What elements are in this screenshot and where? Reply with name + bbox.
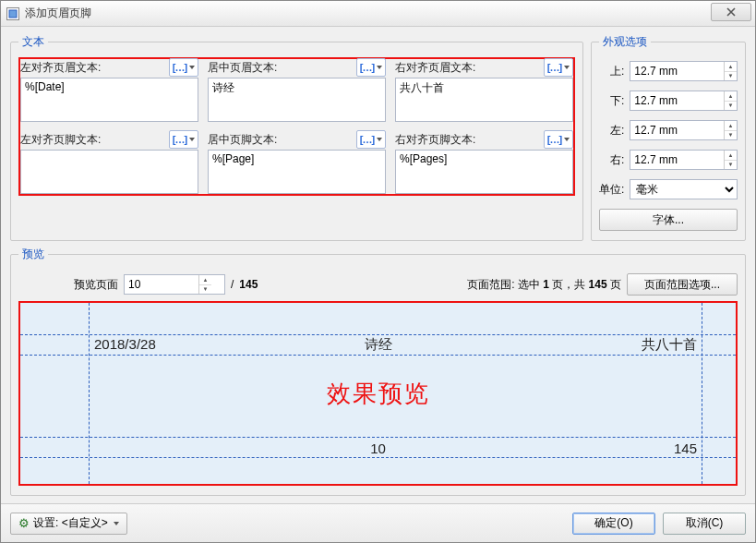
preview-page-input[interactable]: ▲▼ — [124, 274, 225, 295]
header-right-label: 右对齐页眉文本: — [395, 60, 475, 76]
spin-down-icon[interactable]: ▼ — [725, 102, 737, 111]
unit-select[interactable]: 毫米 — [630, 179, 738, 199]
header-center-label: 居中页眉文本: — [208, 60, 277, 76]
font-button[interactable]: 字体... — [599, 209, 738, 231]
preview-overlay-label: 效果预览 — [327, 378, 430, 410]
margin-top-input[interactable]: ▲▼ — [630, 61, 738, 81]
header-left-input[interactable]: %[Date] — [20, 78, 198, 122]
margin-left-label: 左: — [599, 123, 626, 139]
insert-macro-button[interactable]: […] — [356, 58, 386, 77]
margin-right-input[interactable]: ▲▼ — [630, 150, 738, 170]
header-left-label: 左对齐页眉文本: — [20, 60, 101, 76]
footer-right-input[interactable]: %[Pages] — [395, 150, 573, 194]
margin-left-field[interactable] — [630, 124, 724, 137]
header-center-cell: 居中页眉文本: […] 诗经 — [208, 59, 386, 122]
chevron-down-icon — [189, 138, 195, 141]
preview-group-legend: 预览 — [18, 247, 48, 262]
insert-macro-button[interactable]: […] — [544, 130, 573, 149]
insert-macro-button[interactable]: […] — [544, 58, 573, 77]
footer-right-cell: 右对齐页脚文本: […] %[Pages] — [395, 131, 573, 194]
preview-header-right: 共八十首 — [642, 336, 697, 354]
page-range-text: 页面范围: 选中 1 页，共 145 页 — [467, 277, 621, 293]
insert-macro-button[interactable]: […] — [169, 58, 198, 77]
spin-up-icon[interactable]: ▲ — [725, 151, 737, 161]
spin-down-icon[interactable]: ▼ — [199, 285, 211, 295]
margin-bottom-label: 下: — [599, 93, 626, 109]
preview-footer-right: 145 — [674, 440, 697, 456]
app-icon — [6, 7, 19, 20]
footer-center-label: 居中页脚文本: — [208, 132, 277, 148]
gear-icon: ⚙ — [18, 516, 30, 530]
preview-page-sep: / — [231, 278, 234, 291]
margin-right-label: 右: — [599, 152, 626, 168]
footer-right-label: 右对齐页脚文本: — [395, 132, 475, 148]
spin-up-icon[interactable]: ▲ — [725, 121, 737, 131]
spin-up-icon[interactable]: ▲ — [725, 91, 737, 102]
text-group: 文本 左对齐页眉文本: […] %[Date] 居中页眉文本: — [10, 34, 583, 241]
insert-macro-button[interactable]: […] — [169, 130, 198, 149]
margin-bottom-field[interactable] — [630, 94, 724, 107]
cancel-button[interactable]: 取消(C) — [663, 513, 746, 535]
chevron-down-icon — [114, 522, 119, 525]
spin-down-icon[interactable]: ▼ — [725, 131, 737, 140]
header-right-cell: 右对齐页眉文本: […] 共八十首 — [395, 59, 573, 122]
spin-down-icon[interactable]: ▼ — [725, 161, 737, 170]
appearance-group: 外观选项 上: ▲▼ 下: ▲▼ 左: ▲▼ — [591, 34, 746, 241]
window-title: 添加页眉页脚 — [25, 6, 91, 21]
window-close-button[interactable] — [711, 3, 751, 21]
preview-header-left: 2018/3/28 — [94, 336, 156, 352]
footer-center-input[interactable]: %[Page] — [208, 150, 386, 194]
svg-rect-0 — [9, 10, 17, 18]
appearance-group-legend: 外观选项 — [599, 34, 651, 50]
footer-left-input[interactable] — [20, 150, 198, 194]
header-left-cell: 左对齐页眉文本: […] %[Date] — [20, 59, 198, 122]
page-range-options-button[interactable]: 页面范围选项... — [627, 273, 738, 296]
preview-page-label: 预览页面 — [74, 277, 118, 293]
unit-label: 单位: — [599, 182, 626, 198]
header-right-input[interactable]: 共八十首 — [395, 78, 573, 122]
settings-dropdown-button[interactable]: ⚙ 设置: <自定义> — [10, 513, 127, 535]
margin-bottom-input[interactable]: ▲▼ — [630, 90, 738, 111]
spin-up-icon[interactable]: ▲ — [725, 62, 737, 72]
margin-top-field[interactable] — [630, 65, 724, 78]
settings-label: 设置: <自定义> — [33, 515, 108, 531]
chevron-down-icon — [377, 138, 382, 141]
spin-up-icon[interactable]: ▲ — [199, 275, 211, 285]
ok-button[interactable]: 确定(O) — [572, 513, 655, 535]
chevron-down-icon — [377, 66, 382, 69]
preview-page-field[interactable] — [125, 278, 198, 291]
preview-group: 预览 预览页面 ▲▼ / 145 页面范围: 选中 1 页，共 145 页 页面… — [10, 247, 746, 496]
footer-left-label: 左对齐页脚文本: — [20, 132, 101, 148]
chevron-down-icon — [189, 66, 195, 69]
margin-left-input[interactable]: ▲▼ — [630, 120, 738, 140]
margin-right-field[interactable] — [630, 153, 724, 166]
titlebar: 添加页眉页脚 — [1, 1, 755, 27]
preview-page-total: 145 — [239, 278, 258, 291]
margin-top-label: 上: — [599, 64, 626, 79]
footer-center-cell: 居中页脚文本: […] %[Page] — [208, 131, 386, 194]
preview-header-center: 诗经 — [365, 336, 392, 354]
chevron-down-icon — [564, 138, 570, 141]
insert-macro-button[interactable]: […] — [356, 130, 386, 149]
header-center-input[interactable]: 诗经 — [208, 78, 386, 122]
spin-down-icon[interactable]: ▼ — [725, 72, 737, 81]
preview-footer-center: 10 — [370, 440, 386, 456]
text-group-legend: 文本 — [18, 34, 48, 50]
preview-canvas: 2018/3/28 诗经 共八十首 10 145 效果预览 — [18, 301, 738, 486]
footer-left-cell: 左对齐页脚文本: […] — [20, 131, 198, 194]
chevron-down-icon — [564, 66, 570, 69]
